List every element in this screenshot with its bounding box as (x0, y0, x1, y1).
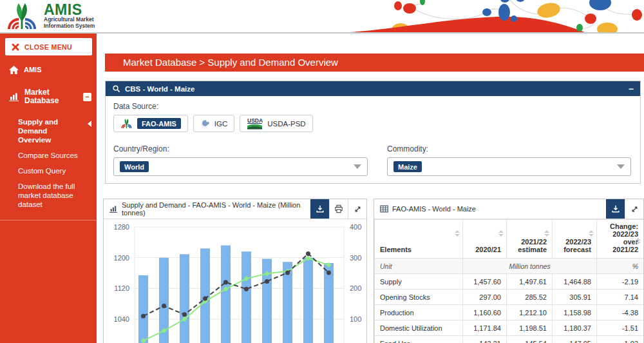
country-select[interactable]: World (113, 157, 368, 176)
bar-chart-icon (109, 205, 118, 213)
amis-logo[interactable]: AMIS Agricultural Market Information Sys… (5, 2, 95, 30)
sort-icon[interactable] (589, 230, 594, 237)
cell-value: 147.05 (553, 336, 597, 343)
main-content: Market Database > Supply and Demand Over… (97, 34, 644, 343)
cell-value: -4.38 (597, 305, 644, 320)
chart-panel-header: Supply and Demand - FAO-AMIS - World - M… (104, 199, 366, 219)
sidebar-item-label: Compare Sources (18, 152, 78, 159)
chart-download-button[interactable] (310, 199, 329, 219)
svg-text:1280: 1280 (114, 223, 129, 231)
expand-icon (354, 205, 362, 213)
download-icon (316, 204, 325, 213)
col-header-2022-23: 2022/23 forecast (553, 220, 597, 259)
sidebar-item-compare-sources[interactable]: Compare Sources (0, 148, 97, 163)
fao-amis-mini-logo-icon (120, 118, 133, 129)
usda-logo-icon: USDA (247, 117, 263, 130)
chart-expand-button[interactable] (348, 199, 366, 219)
source-label: IGC (214, 120, 227, 128)
svg-text:1040: 1040 (114, 315, 129, 323)
table-row: Food Use143.21145.54147.051.03 (375, 336, 644, 343)
cell-value: 1,198.51 (507, 320, 553, 336)
unit-label: Unit (375, 259, 463, 274)
cell-value: 143.21 (463, 336, 507, 343)
unit-tonnes: Million tonnes (463, 259, 597, 274)
sidebar-item-label: AMIS (24, 66, 91, 74)
sidebar-item-label: Custom Query (18, 167, 66, 175)
table-panel-title: FAO-AMIS - World - Maize (392, 205, 602, 213)
chevron-down-icon (617, 164, 625, 169)
table-row: Supply1,457.601,497.611,464.88-2.19 (375, 274, 644, 289)
breadcrumb: Market Database > Supply and Demand Over… (105, 54, 644, 72)
source-label: USDA-PSD (267, 120, 305, 128)
cell-value: 145.54 (507, 336, 553, 343)
sort-icon[interactable] (544, 230, 549, 237)
sort-icon[interactable] (455, 230, 460, 237)
cell-value: 285.52 (507, 289, 553, 305)
sidebar-item-download-dataset[interactable]: Download the full market database datase… (0, 179, 97, 212)
logo-subtitle-2: Information System (44, 23, 95, 30)
igc-logo-icon (200, 119, 210, 128)
commodity-value-chip: Maize (393, 161, 422, 172)
table-download-button[interactable] (606, 199, 625, 219)
top-header: AMIS Agricultural Market Information Sys… (0, 0, 644, 34)
close-menu-button[interactable]: CLOSE MENU (5, 38, 92, 55)
chart-panel-title: Supply and Demand - FAO-AMIS - World - M… (122, 201, 307, 217)
printer-icon (334, 204, 343, 213)
svg-text:400: 400 (350, 223, 361, 231)
cell-value: 7.14 (597, 289, 644, 305)
col-header-2021-22: 2021/22 estimate (507, 220, 553, 259)
cell-value: 1,180.37 (553, 320, 597, 336)
data-table: Elements 2020/21 2021/22 estimate 2022/2… (374, 219, 644, 343)
collapse-panel-button[interactable]: − (629, 84, 634, 93)
data-source-label: Data Source: (113, 102, 632, 111)
sidebar-item-label: Market Database (24, 88, 78, 105)
collapse-section-icon[interactable]: − (83, 93, 91, 101)
cell-element: Opening Stocks (375, 289, 463, 305)
cell-value: 1,457.60 (463, 274, 507, 289)
sidebar-divider (0, 220, 97, 220)
unit-percent: % (597, 259, 644, 274)
sidebar-item-label: Supply and Demand Overview (18, 117, 80, 144)
sidebar: CLOSE MENU AMIS Market Database − Supply… (0, 34, 97, 343)
cell-element: Production (375, 305, 463, 320)
expand-icon (630, 205, 639, 213)
amis-app: AMIS Agricultural Market Information Sys… (0, 0, 644, 343)
sidebar-item-amis[interactable]: AMIS (0, 63, 97, 77)
cell-element: Supply (375, 274, 463, 289)
cell-value: -1.51 (597, 320, 644, 336)
cell-value: 1,464.88 (553, 274, 597, 289)
table-panel: FAO-AMIS - World - Maize (374, 199, 644, 343)
source-button-fao-amis[interactable]: FAO-AMIS (113, 115, 188, 132)
cell-element: Domestic Utilization (375, 320, 463, 336)
close-icon (12, 43, 19, 51)
source-button-igc[interactable]: IGC (193, 115, 234, 132)
download-icon (611, 204, 620, 213)
cell-value: 305.91 (553, 289, 597, 305)
table-icon (380, 205, 388, 213)
table-expand-button[interactable] (625, 199, 643, 219)
chevron-down-icon (354, 164, 361, 169)
source-button-usda-psd[interactable]: USDA USDA-PSD (240, 115, 312, 132)
sort-icon[interactable] (636, 238, 641, 244)
cell-value: 1,171.84 (463, 320, 507, 336)
svg-text:USDA: USDA (247, 117, 263, 124)
cell-value: 1,158.98 (553, 305, 597, 320)
sidebar-item-custom-query[interactable]: Custom Query (0, 163, 97, 179)
col-header-2020-21: 2020/21 (463, 220, 507, 259)
sort-icon[interactable] (498, 230, 504, 237)
svg-text:1120: 1120 (114, 284, 129, 292)
commodity-select[interactable]: Maize (387, 157, 631, 176)
col-header-elements: Elements (375, 220, 463, 259)
sidebar-item-supply-demand-overview[interactable]: Supply and Demand Overview (0, 114, 97, 148)
cell-value: 1,497.61 (507, 274, 553, 289)
cell-value: 1,160.60 (463, 305, 507, 320)
filters-panel: CBS - World - Maize − Data Source: (105, 81, 641, 184)
search-icon (112, 84, 120, 93)
cell-value: 1.03 (597, 336, 644, 343)
cell-value: 1,212.10 (507, 305, 553, 320)
country-value-chip: World (120, 161, 149, 172)
logo-title: AMIS (44, 3, 95, 17)
chart-print-button[interactable] (329, 199, 348, 219)
commodity-label: Commodity: (387, 144, 631, 153)
sidebar-item-market-database[interactable]: Market Database − (0, 86, 97, 108)
